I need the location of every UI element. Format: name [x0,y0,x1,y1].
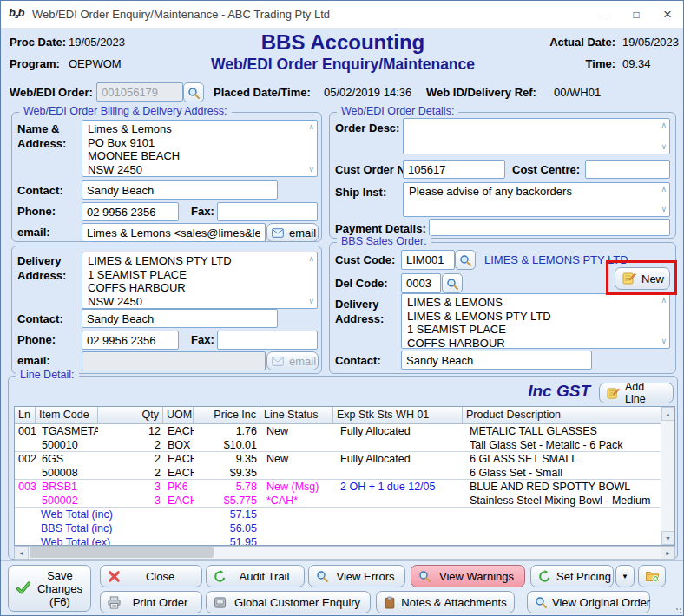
time-value: 09:34 [622,57,651,70]
billing-group-label: Web/EDI Order Billing & Delivery Address… [19,105,232,117]
order-search-button[interactable] [183,82,204,102]
del-code-input[interactable] [401,273,441,293]
close-window-button[interactable]: × [652,1,683,29]
delivery-fax-input[interactable] [217,331,318,350]
scroll-up-icon[interactable]: ∧ [661,297,667,305]
sales-contact-input[interactable] [401,351,592,370]
print-order-button[interactable]: Print Order [100,591,202,613]
scroll-down-icon[interactable]: ∨ [661,143,667,151]
col-uom: UOM [163,407,194,423]
web-edi-order-input[interactable] [96,82,183,102]
billing-fax-label: Fax: [191,205,214,218]
billing-contact-input[interactable] [82,180,278,200]
cost-centre-input[interactable] [585,160,670,179]
scroll-down-icon[interactable]: ∨ [308,166,314,174]
delivery-contact-label: Contact: [17,312,63,325]
col-qty: Qty [98,407,163,423]
new-order-button[interactable] [638,565,666,587]
sales-delivery-address-field[interactable]: LIMES & LEMONS LIMES & LEMONS PTY LTD 1 … [401,293,670,349]
col-price-inc: Price Inc [194,407,260,423]
delivery-email-label: email: [17,354,50,367]
billing-email-button[interactable]: email [266,223,319,242]
button-bar: Save Changes (F6) Close Audit Trail View… [1,560,684,616]
col-item-code: Item Code [36,407,98,423]
search-icon [316,570,328,582]
scroll-down-icon[interactable]: ▼ [661,531,674,545]
billing-phone-input[interactable] [82,202,179,221]
new-button[interactable]: New [615,267,670,290]
bbs-sales-order-group: BBS Sales Order: Cust Code: LIMES & LEMO… [329,242,676,374]
scroll-left-icon[interactable]: ◄ [15,547,29,559]
view-errors-button[interactable]: View Errors [308,565,405,587]
total-row: Web Total (inc)57.15 [15,508,661,521]
delivery-phone-label: Phone: [17,333,56,346]
scroll-up-icon[interactable]: ∧ [661,186,667,193]
delivery-email-input[interactable] [82,351,266,370]
table-row[interactable]: 0026GS2EACH9.35NewFully Allocated6 GLASS… [15,452,661,466]
notes-attachments-button[interactable]: Notes & Attachments [376,591,515,613]
horizontal-scrollbar[interactable]: ◄ ► [14,546,675,560]
payment-details-label: Payment Details: [335,222,426,235]
line-items-table: Ln Item Code Qty UOM Price Inc Line Stat… [14,406,675,546]
billing-name-address-field[interactable]: Limes & Lemons PO Box 9101 MOONEE BEACH … [82,120,318,177]
table-row[interactable]: 5000102BOX$10.01Tall Glass Set - Metalic… [15,438,661,452]
audit-trail-button[interactable]: Audit Trail [206,565,305,587]
scroll-down-icon[interactable]: ∨ [308,298,314,305]
table-row[interactable]: 001TGASMETAL12EACH1.76NewFully Allocated… [15,424,661,438]
cust-order-no-input[interactable] [403,160,505,179]
scroll-up-icon[interactable]: ∧ [308,255,314,263]
scroll-up-icon[interactable]: ▲ [661,407,674,421]
col-exp-stk: Exp Stk Sts WH 01 [333,407,463,423]
del-code-search-button[interactable] [442,273,463,293]
scroll-down-icon[interactable]: ∨ [661,206,667,213]
vertical-scrollbar[interactable]: ▲ ▼ [661,407,674,545]
scrollbar-thumb[interactable] [30,547,214,558]
cust-code-label: Cust Code: [335,253,395,266]
total-row: Web Total (ex)51.95 [15,535,661,545]
window-title: Web/EDI Order Enquiry/Maintenance - ABC … [32,8,330,21]
set-pricing-dropdown-button[interactable]: ▼ [615,565,635,587]
view-original-order-button[interactable]: View Original Order [527,591,650,613]
delivery-phone-input[interactable] [82,331,179,350]
time-label: Time: [539,57,615,70]
billing-email-input[interactable] [82,223,266,242]
scroll-up-icon[interactable]: ∧ [308,123,314,131]
save-changes-button[interactable]: Save Changes (F6) [8,565,91,612]
table-row[interactable]: 003BRSB13PK65.78New (Msg)2 OH + 1 due 12… [15,480,661,494]
billing-name-address-label: Name & Address: [17,121,66,151]
table-row[interactable]: 5000023EACH$5.775*CAH*Stainless Steel Mi… [15,494,661,508]
line-detail-group-label: Line Detail: [16,369,79,381]
search-icon [418,570,431,582]
add-line-button[interactable]: Add Line [599,383,674,403]
scroll-right-icon[interactable]: ► [661,547,674,559]
billing-fax-input[interactable] [217,202,318,221]
maximize-button[interactable]: □ [621,1,652,29]
delivery-contact-input[interactable] [82,309,278,328]
delivery-address-label: Delivery Address: [17,253,66,283]
bbs-sales-order-group-label: BBS Sales Order: [337,235,431,247]
search-icon [446,278,458,290]
delivery-address-field[interactable]: LIMES & LEMONS PTY LTD 1 SEAMIST PLACE C… [82,252,318,309]
table-header: Ln Item Code Qty UOM Price Inc Line Stat… [15,407,661,424]
table-row[interactable]: 5000082EACH$9.356 Glass Set - Small [15,466,661,480]
view-warnings-button[interactable]: View Warnings [411,565,525,587]
chevron-down-icon: ▼ [622,573,628,580]
ship-inst-field[interactable]: Please advise of any backorders∧∨ [403,182,670,217]
scroll-down-icon[interactable]: ∨ [661,337,667,345]
set-pricing-button[interactable]: Set Pricing [530,565,614,587]
cust-code-input[interactable] [401,250,455,270]
global-customer-enquiry-button[interactable]: Global Customer Enquiry [206,591,371,613]
actual-date-label: Actual Date: [539,36,615,49]
payment-details-input[interactable] [429,219,670,236]
web-id-label: Web ID/Delivery Ref: [426,86,536,99]
minimize-button[interactable]: – [589,1,621,29]
close-button[interactable]: Close [100,565,202,587]
scroll-up-icon[interactable]: ∧ [661,121,667,129]
delivery-email-button[interactable]: email [266,351,319,370]
col-ln: Ln [15,407,36,423]
cust-code-search-button[interactable] [455,250,476,270]
customer-name-link[interactable]: LIMES & LEMONS PTY LTD [484,253,628,266]
order-desc-field[interactable]: ∧∨ [403,118,670,154]
app-window: bsb Web/EDI Order Enquiry/Maintenance - … [0,0,684,616]
resize-grip[interactable] [675,607,682,614]
